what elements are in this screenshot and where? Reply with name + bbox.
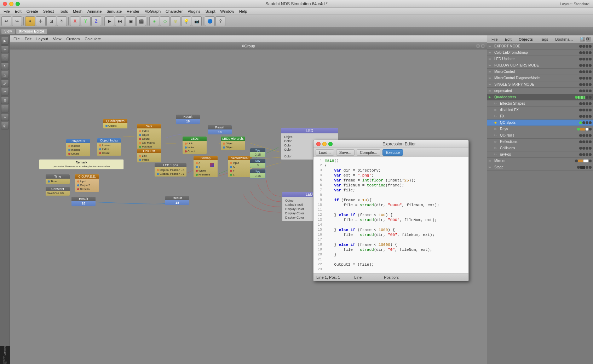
expr-minimize-button[interactable] (322, 142, 327, 146)
node-constant[interactable]: Constant SAATCHI ND (45, 186, 70, 196)
list-item-led-updater[interactable]: lo LED Updater (487, 56, 593, 62)
node-leds-hierarchy[interactable]: LEDs Hierarch. Objec Objec (220, 136, 246, 150)
help-btn[interactable]: ? (215, 16, 225, 26)
xpresso-view[interactable]: View (51, 36, 64, 42)
node-time[interactable]: Time Time (45, 174, 70, 184)
menu-mograph[interactable]: MoGraph (142, 8, 163, 14)
left-icon-bend[interactable]: ⌒ (1, 105, 9, 112)
left-icon-knife[interactable]: ✂ (1, 88, 9, 96)
tab-edit[interactable]: Edit (503, 36, 514, 42)
tab-objects[interactable]: Objects (517, 36, 535, 42)
node-coffee[interactable]: C.O.F.F.E.E. Input Output2 Directio (75, 174, 99, 192)
menu-help[interactable]: Help (237, 8, 249, 14)
node-spy-3[interactable]: Spy 0.16 (250, 169, 266, 179)
node-result-4[interactable]: Result 18 (165, 196, 190, 206)
xpresso-file[interactable]: File (11, 36, 22, 42)
menu-file[interactable]: File (1, 8, 12, 14)
list-item-mirror-control[interactable]: lo MirrorControl (487, 69, 593, 75)
menu-simulate[interactable]: Simulate (104, 8, 124, 14)
xpresso-custom[interactable]: Custom (64, 36, 82, 42)
render-button[interactable]: ▶ (104, 16, 114, 26)
node-data[interactable]: Data Index Objec Count Cal Matrix Positi… (137, 124, 161, 150)
select-button[interactable]: ✦ (25, 16, 35, 26)
left-icon-cursor[interactable]: ▶ (1, 37, 9, 45)
menu-edit[interactable]: Edit (13, 8, 24, 14)
list-item-mirrors[interactable]: lo Mirrors (487, 158, 593, 164)
close-button[interactable] (3, 2, 7, 6)
xpresso-collapse-icon[interactable]: ⊟ (481, 44, 485, 48)
expr-code[interactable]: 1 main() 2 { 3 var dir = Directory; 4 va… (313, 157, 468, 273)
left-icon-poly[interactable]: △ (1, 71, 9, 79)
list-item-deprecated[interactable]: lo deprecated (487, 88, 593, 94)
menu-create[interactable]: Create (24, 8, 40, 14)
cam-button[interactable]: 📷 (192, 16, 202, 26)
tab-xpresso-editor[interactable]: XPresso Editor (16, 29, 47, 34)
execute-button[interactable]: Execute (382, 149, 403, 156)
left-icon-scale[interactable]: ⊡ (1, 54, 9, 62)
list-item-collisions[interactable]: lo Collisions (487, 145, 593, 151)
load-button[interactable]: Load... (316, 149, 334, 156)
node-leds[interactable]: LEDs Link Index Count (182, 136, 207, 154)
node-bitmap[interactable]: Bitmap X Y Width Filename (193, 156, 218, 178)
minimize-button[interactable] (9, 2, 13, 6)
settings-icon[interactable]: ⚙ (586, 37, 591, 42)
menu-render[interactable]: Render (125, 8, 142, 14)
left-icon-bones[interactable]: ✦ (1, 113, 9, 121)
xpresso-expand-icon[interactable]: ⊞ (476, 44, 480, 48)
list-item-colorled[interactable]: lo ColorLEDfromBitmap (487, 50, 593, 56)
search-icon[interactable]: 🔍 (580, 37, 585, 42)
list-item-qc-nulls[interactable]: lo QC-Nulls (487, 132, 593, 139)
renderregion-button[interactable]: ▣ (126, 16, 136, 26)
list-item-reflections[interactable]: lo Reflections (487, 139, 593, 145)
tab-tags[interactable]: Tags (538, 36, 550, 42)
maximize-button[interactable] (16, 2, 20, 6)
left-icon-magnet[interactable]: ⊕ (1, 96, 9, 104)
left-icon-rotate[interactable]: ↻ (1, 62, 9, 70)
list-item-follow-copters[interactable]: lo FOLLOW COPTERS MODE (487, 62, 593, 69)
tab-bookmarks[interactable]: Bookma... (553, 36, 575, 42)
menu-window[interactable]: Window (218, 8, 236, 14)
scale-button[interactable]: ⊡ (46, 16, 56, 26)
y-axis-button[interactable]: Y (81, 16, 91, 26)
node-spy-1[interactable]: Spy 0.15 (250, 148, 266, 157)
texture-button[interactable]: 🔵 (205, 16, 215, 26)
node-objectlist[interactable]: ObjectLis Instanc Instanc Count (66, 139, 91, 157)
menu-animate[interactable]: Animate (85, 8, 104, 14)
list-item-qc-spots[interactable]: ◉ QC-Spots (487, 120, 593, 126)
list-item-quadcopters[interactable]: ▶ Quadcopters (487, 94, 593, 100)
redo-button[interactable]: ↪ (12, 16, 22, 26)
xpresso-calculate[interactable]: Calculate (82, 36, 103, 42)
menu-select[interactable]: Select (41, 8, 56, 14)
list-item-single-sharpy[interactable]: lo SINGLE SHARPY MODE (487, 81, 593, 88)
renderview-button[interactable]: 🎬 (136, 16, 146, 26)
rotate-button[interactable]: ↻ (57, 16, 67, 26)
expr-maximize-button[interactable] (328, 142, 333, 146)
list-item-disabled-fx[interactable]: lo disabled FX (487, 107, 593, 113)
undo-button[interactable]: ↩ (1, 16, 11, 26)
tag-button[interactable]: ⊛ (171, 16, 180, 26)
node-result-1[interactable]: Result 18 (175, 114, 200, 124)
list-item-rays[interactable]: lo Rays (487, 126, 593, 132)
node-vector2real[interactable]: vector2Real Input X Y Z (228, 156, 252, 178)
menu-tools[interactable]: Tools (57, 8, 70, 14)
list-item-mirror-diagnose[interactable]: lo MirrorControl.DiagnoseMode (487, 75, 593, 81)
save-button[interactable]: Save... (336, 149, 355, 156)
deform-button[interactable]: ◇ (160, 16, 170, 26)
node-led1pos[interactable]: LED.1 pos Objeeal Position . X Globaal P… (154, 163, 187, 177)
xpresso-layout[interactable]: Layout (34, 36, 50, 42)
node-result-2[interactable]: Result 18 (207, 125, 232, 135)
left-icon-move[interactable]: ✛ (1, 45, 9, 53)
tab-view[interactable]: View (1, 29, 15, 34)
x-axis-button[interactable]: X (70, 16, 80, 26)
light-button[interactable]: 💡 (181, 16, 191, 26)
node-spy-2[interactable]: Spy 0 (250, 158, 266, 168)
node-result-3[interactable]: Result 18 (71, 196, 96, 206)
list-item-fx[interactable]: lo FX (487, 113, 593, 120)
z-axis-button[interactable]: Z (91, 16, 101, 26)
renderall-button[interactable]: ⏭ (115, 16, 125, 26)
menu-plugins[interactable]: Plugins (185, 8, 202, 14)
menu-script[interactable]: Script (203, 8, 217, 14)
menu-mesh[interactable]: Mesh (71, 8, 85, 14)
list-item-export-mode[interactable]: lo EXPORT MODE (487, 43, 593, 50)
list-item-effector-shapes[interactable]: lo Effector Shapes (487, 100, 593, 107)
